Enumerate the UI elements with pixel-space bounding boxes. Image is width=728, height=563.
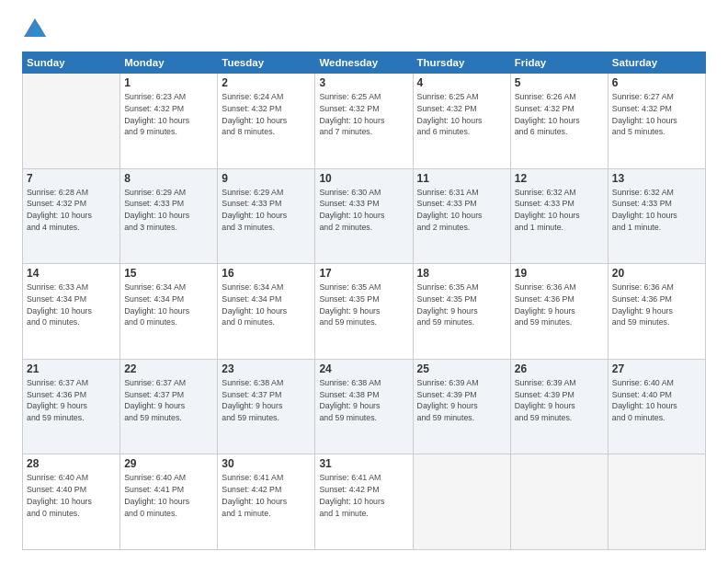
day-info: Sunrise: 6:29 AMSunset: 4:33 PMDaylight:… bbox=[222, 187, 311, 234]
day-number: 7 bbox=[27, 172, 116, 185]
calendar-cell bbox=[23, 74, 120, 169]
day-info: Sunrise: 6:26 AMSunset: 4:32 PMDaylight:… bbox=[515, 91, 604, 138]
day-number: 8 bbox=[124, 172, 213, 185]
calendar-week-row: 1Sunrise: 6:23 AMSunset: 4:32 PMDaylight… bbox=[23, 74, 706, 169]
day-info: Sunrise: 6:38 AMSunset: 4:38 PMDaylight:… bbox=[319, 377, 408, 424]
calendar-cell: 13Sunrise: 6:32 AMSunset: 4:33 PMDayligh… bbox=[608, 168, 705, 264]
calendar-cell: 3Sunrise: 6:25 AMSunset: 4:32 PMDaylight… bbox=[315, 74, 413, 169]
day-info: Sunrise: 6:37 AMSunset: 4:37 PMDaylight:… bbox=[124, 377, 213, 424]
calendar-cell: 17Sunrise: 6:35 AMSunset: 4:35 PMDayligh… bbox=[315, 264, 413, 360]
day-number: 31 bbox=[319, 457, 408, 470]
day-info: Sunrise: 6:25 AMSunset: 4:32 PMDaylight:… bbox=[417, 91, 506, 138]
day-info: Sunrise: 6:41 AMSunset: 4:42 PMDaylight:… bbox=[222, 472, 311, 519]
day-header-monday: Monday bbox=[120, 52, 218, 74]
day-number: 27 bbox=[612, 362, 701, 375]
day-number: 6 bbox=[612, 76, 701, 89]
day-number: 28 bbox=[27, 457, 116, 470]
header bbox=[22, 17, 706, 42]
day-info: Sunrise: 6:28 AMSunset: 4:32 PMDaylight:… bbox=[27, 187, 116, 234]
day-number: 19 bbox=[515, 267, 604, 280]
calendar-cell: 22Sunrise: 6:37 AMSunset: 4:37 PMDayligh… bbox=[120, 359, 218, 454]
calendar-cell: 25Sunrise: 6:39 AMSunset: 4:39 PMDayligh… bbox=[413, 359, 510, 454]
calendar-cell: 19Sunrise: 6:36 AMSunset: 4:36 PMDayligh… bbox=[510, 264, 608, 360]
day-header-thursday: Thursday bbox=[413, 52, 510, 74]
page: SundayMondayTuesdayWednesdayThursdayFrid… bbox=[0, 0, 728, 563]
calendar-cell: 1Sunrise: 6:23 AMSunset: 4:32 PMDaylight… bbox=[120, 74, 218, 169]
calendar-cell: 29Sunrise: 6:40 AMSunset: 4:41 PMDayligh… bbox=[120, 454, 218, 550]
day-number: 4 bbox=[417, 76, 506, 89]
calendar-cell: 4Sunrise: 6:25 AMSunset: 4:32 PMDaylight… bbox=[413, 74, 510, 169]
day-info: Sunrise: 6:34 AMSunset: 4:34 PMDaylight:… bbox=[222, 282, 311, 328]
calendar-header-row: SundayMondayTuesdayWednesdayThursdayFrid… bbox=[23, 52, 706, 74]
calendar-cell: 7Sunrise: 6:28 AMSunset: 4:32 PMDaylight… bbox=[23, 168, 120, 264]
day-info: Sunrise: 6:40 AMSunset: 4:40 PMDaylight:… bbox=[612, 377, 701, 424]
day-info: Sunrise: 6:39 AMSunset: 4:39 PMDaylight:… bbox=[417, 377, 506, 424]
day-info: Sunrise: 6:40 AMSunset: 4:41 PMDaylight:… bbox=[124, 472, 213, 519]
day-number: 16 bbox=[222, 267, 311, 280]
day-header-tuesday: Tuesday bbox=[218, 52, 315, 74]
day-info: Sunrise: 6:38 AMSunset: 4:37 PMDaylight:… bbox=[222, 377, 311, 424]
day-info: Sunrise: 6:36 AMSunset: 4:36 PMDaylight:… bbox=[612, 282, 701, 328]
day-info: Sunrise: 6:40 AMSunset: 4:40 PMDaylight:… bbox=[27, 472, 116, 519]
day-header-friday: Friday bbox=[510, 52, 608, 74]
day-number: 21 bbox=[27, 362, 116, 375]
calendar-cell: 14Sunrise: 6:33 AMSunset: 4:34 PMDayligh… bbox=[23, 264, 120, 360]
day-info: Sunrise: 6:24 AMSunset: 4:32 PMDaylight:… bbox=[222, 91, 311, 138]
day-number: 9 bbox=[222, 172, 311, 185]
day-number: 11 bbox=[417, 172, 506, 185]
day-number: 13 bbox=[612, 172, 701, 185]
day-info: Sunrise: 6:35 AMSunset: 4:35 PMDaylight:… bbox=[417, 282, 506, 328]
day-number: 5 bbox=[515, 76, 604, 89]
calendar-table: SundayMondayTuesdayWednesdayThursdayFrid… bbox=[22, 52, 706, 550]
calendar-cell bbox=[608, 454, 705, 550]
day-number: 10 bbox=[319, 172, 408, 185]
day-info: Sunrise: 6:41 AMSunset: 4:42 PMDaylight:… bbox=[319, 472, 408, 519]
day-info: Sunrise: 6:25 AMSunset: 4:32 PMDaylight:… bbox=[319, 91, 408, 138]
day-info: Sunrise: 6:33 AMSunset: 4:34 PMDaylight:… bbox=[27, 282, 116, 328]
day-number: 18 bbox=[417, 267, 506, 280]
day-info: Sunrise: 6:23 AMSunset: 4:32 PMDaylight:… bbox=[124, 91, 213, 138]
calendar-week-row: 21Sunrise: 6:37 AMSunset: 4:36 PMDayligh… bbox=[23, 359, 706, 454]
day-header-wednesday: Wednesday bbox=[315, 52, 413, 74]
day-info: Sunrise: 6:34 AMSunset: 4:34 PMDaylight:… bbox=[124, 282, 213, 328]
day-number: 30 bbox=[222, 457, 311, 470]
day-number: 23 bbox=[222, 362, 311, 375]
day-number: 25 bbox=[417, 362, 506, 375]
day-number: 26 bbox=[515, 362, 604, 375]
day-header-saturday: Saturday bbox=[608, 52, 705, 74]
day-header-sunday: Sunday bbox=[23, 52, 120, 74]
calendar-cell: 30Sunrise: 6:41 AMSunset: 4:42 PMDayligh… bbox=[218, 454, 315, 550]
day-number: 12 bbox=[515, 172, 604, 185]
calendar-cell: 26Sunrise: 6:39 AMSunset: 4:39 PMDayligh… bbox=[510, 359, 608, 454]
calendar-cell: 16Sunrise: 6:34 AMSunset: 4:34 PMDayligh… bbox=[218, 264, 315, 360]
calendar-cell: 2Sunrise: 6:24 AMSunset: 4:32 PMDaylight… bbox=[218, 74, 315, 169]
day-info: Sunrise: 6:36 AMSunset: 4:36 PMDaylight:… bbox=[515, 282, 604, 328]
day-number: 1 bbox=[124, 76, 213, 89]
day-number: 22 bbox=[124, 362, 213, 375]
day-number: 17 bbox=[319, 267, 408, 280]
day-info: Sunrise: 6:39 AMSunset: 4:39 PMDaylight:… bbox=[515, 377, 604, 424]
day-info: Sunrise: 6:32 AMSunset: 4:33 PMDaylight:… bbox=[612, 187, 701, 234]
day-info: Sunrise: 6:35 AMSunset: 4:35 PMDaylight:… bbox=[319, 282, 408, 328]
calendar-cell: 28Sunrise: 6:40 AMSunset: 4:40 PMDayligh… bbox=[23, 454, 120, 550]
calendar-cell: 6Sunrise: 6:27 AMSunset: 4:32 PMDaylight… bbox=[608, 74, 705, 169]
day-info: Sunrise: 6:37 AMSunset: 4:36 PMDaylight:… bbox=[27, 377, 116, 424]
calendar-cell: 11Sunrise: 6:31 AMSunset: 4:33 PMDayligh… bbox=[413, 168, 510, 264]
calendar-cell: 10Sunrise: 6:30 AMSunset: 4:33 PMDayligh… bbox=[315, 168, 413, 264]
calendar-cell: 15Sunrise: 6:34 AMSunset: 4:34 PMDayligh… bbox=[120, 264, 218, 360]
calendar-cell: 12Sunrise: 6:32 AMSunset: 4:33 PMDayligh… bbox=[510, 168, 608, 264]
day-number: 2 bbox=[222, 76, 311, 89]
day-info: Sunrise: 6:30 AMSunset: 4:33 PMDaylight:… bbox=[319, 187, 408, 234]
day-number: 15 bbox=[124, 267, 213, 280]
day-info: Sunrise: 6:31 AMSunset: 4:33 PMDaylight:… bbox=[417, 187, 506, 234]
calendar-cell: 5Sunrise: 6:26 AMSunset: 4:32 PMDaylight… bbox=[510, 74, 608, 169]
calendar-cell: 20Sunrise: 6:36 AMSunset: 4:36 PMDayligh… bbox=[608, 264, 705, 360]
calendar-cell bbox=[413, 454, 510, 550]
calendar-cell: 8Sunrise: 6:29 AMSunset: 4:33 PMDaylight… bbox=[120, 168, 218, 264]
calendar-week-row: 28Sunrise: 6:40 AMSunset: 4:40 PMDayligh… bbox=[23, 454, 706, 550]
calendar-cell: 18Sunrise: 6:35 AMSunset: 4:35 PMDayligh… bbox=[413, 264, 510, 360]
calendar-week-row: 14Sunrise: 6:33 AMSunset: 4:34 PMDayligh… bbox=[23, 264, 706, 360]
day-number: 20 bbox=[612, 267, 701, 280]
day-number: 29 bbox=[124, 457, 213, 470]
day-info: Sunrise: 6:29 AMSunset: 4:33 PMDaylight:… bbox=[124, 187, 213, 234]
